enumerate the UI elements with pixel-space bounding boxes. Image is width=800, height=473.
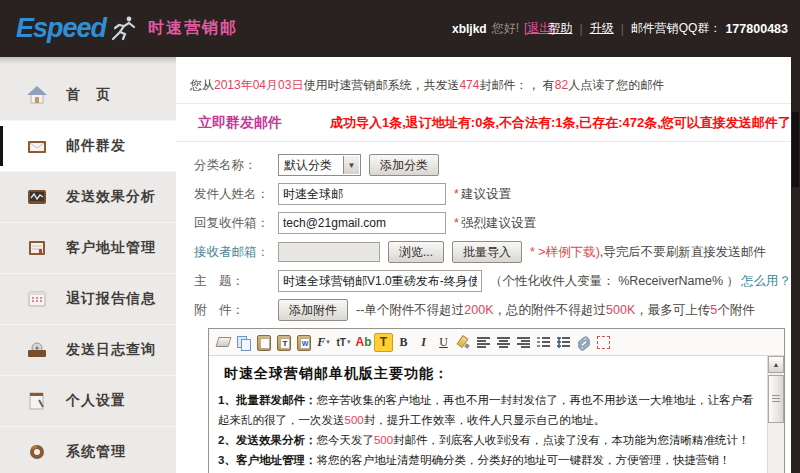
sidebar-item-label: 系统管理 <box>66 443 126 461</box>
text-segment: 将您的客户地址清楚明确分类，分类好的地址可一键群发，方便管理，快捷营销！ <box>316 454 730 466</box>
sidebar-item-profile-settings[interactable]: 个人设置 <box>0 376 176 427</box>
category-select[interactable]: 默认分类 ▼ <box>278 154 361 176</box>
sender-label: 发件人姓名： <box>194 186 278 203</box>
format-brush-icon[interactable] <box>454 333 473 352</box>
qq-group-label: 邮件营销QQ群： <box>631 20 722 37</box>
qq-group-number: 177800483 <box>725 22 788 36</box>
sidebar-item-home[interactable]: 首 页 <box>0 70 176 121</box>
scroll-up-icon[interactable]: ▲ <box>768 356 784 373</box>
text-segment: 474 <box>459 78 479 92</box>
copy-icon[interactable] <box>234 333 253 352</box>
sidebar-item-label: 发送效果分析 <box>66 188 156 206</box>
text-color-icon[interactable] <box>354 333 373 352</box>
upgrade-link[interactable]: 升级 <box>590 20 614 37</box>
ordered-list-icon[interactable] <box>534 333 553 352</box>
maximize-icon[interactable] <box>594 333 613 352</box>
sample-download-link[interactable]: * >样例下载) <box>530 244 600 261</box>
unordered-list-icon[interactable] <box>554 333 573 352</box>
sidebar-item-analytics[interactable]: 发送效果分析 <box>0 172 176 223</box>
font-family-icon[interactable] <box>314 333 333 352</box>
align-left-icon[interactable] <box>474 333 493 352</box>
editor-body[interactable]: 时速全球营销邮单机版主要功能： 1、批量群发邮件：您辛苦收集的客户地址，再也不用… <box>209 356 784 473</box>
text-segment: 200K <box>464 303 493 317</box>
required-star: * <box>454 216 459 230</box>
reply-label: 回复收件箱： <box>194 215 278 232</box>
editor-paragraph: 3、客户地址管理：将您的客户地址清楚明确分类，分类好的地址可一键群发，方便管理，… <box>218 450 756 470</box>
report-calendar-icon <box>24 288 50 310</box>
rich-text-editor: 时速全球营销邮单机版主要功能： 1、批量群发邮件：您辛苦收集的客户地址，再也不用… <box>208 328 785 473</box>
reply-row: 回复收件箱： * 强烈建议设置 <box>194 212 791 234</box>
paste-word-icon[interactable] <box>294 333 313 352</box>
import-result-message: 成功导入1条,退订地址有:0条,不合法有:1条,已存在:472条,您可以直接发送… <box>330 114 791 132</box>
font-size-icon[interactable] <box>334 333 353 352</box>
action-bar: 立即群发邮件 成功导入1条,退订地址有:0条,不合法有:1条,已存在:472条,… <box>176 104 791 142</box>
subject-input[interactable] <box>278 270 482 292</box>
how-to-use-link[interactable]: 怎么用？ <box>741 273 791 290</box>
add-attachment-button[interactable]: 添加附件 <box>278 299 348 321</box>
sidebar-item-label: 邮件群发 <box>66 137 126 155</box>
editor-toolbar <box>209 329 784 356</box>
analytics-icon <box>24 186 50 208</box>
editor-paragraph: 2、发送效果分析：您今天发了500封邮件，到底客人收到没有，点读了没有，本功能为… <box>218 430 756 450</box>
text-segment: 2、发送效果分析： <box>218 434 316 446</box>
sidebar-item-label: 客户地址管理 <box>66 239 156 257</box>
sender-name-input[interactable] <box>278 183 446 205</box>
subject-hint: （个性化收件人变量： %ReceiverName% ） <box>490 273 739 290</box>
app-window: Espeed 时速营销邮 xbljkd 您好! [退出] 帮助 <box>0 0 800 473</box>
paste-icon[interactable] <box>254 333 273 352</box>
receivers-label: 接收者邮箱： <box>194 244 278 261</box>
highlight-icon[interactable] <box>374 333 393 352</box>
text-segment: 人点读了您的邮件 <box>568 78 664 92</box>
user-info: xbljkd 您好! [退出] <box>452 0 555 57</box>
receivers-file-input[interactable] <box>278 242 380 262</box>
sidebar-item-system[interactable]: 系统管理 <box>0 427 176 473</box>
editor-scrollbar[interactable]: ▲ <box>767 356 784 473</box>
text-segment: 500K <box>606 303 635 317</box>
sender-hint: 建议设置 <box>461 186 511 203</box>
system-icon <box>24 441 50 463</box>
sidebar-item-mail-bulk[interactable]: 邮件群发 <box>0 121 176 172</box>
sender-row: 发件人姓名： * 建议设置 <box>194 183 791 205</box>
align-center-icon[interactable] <box>494 333 513 352</box>
bold-icon[interactable] <box>394 333 413 352</box>
page-scrollbar-thumb[interactable] <box>792 112 799 187</box>
sidebar-item-send-log[interactable]: 发送日志查询 <box>0 325 176 376</box>
align-right-icon[interactable] <box>514 333 533 352</box>
logo: Espeed 时速营销邮 <box>16 0 238 57</box>
text-segment: 500 <box>374 434 393 446</box>
underline-icon[interactable] <box>434 333 453 352</box>
home-icon <box>24 84 50 106</box>
add-category-button[interactable]: 添加分类 <box>369 154 439 176</box>
category-selected-value: 默认分类 <box>284 157 332 174</box>
text-segment: 3、客户地址管理： <box>218 454 316 466</box>
separator: | <box>621 22 624 36</box>
sidebar-item-address-book[interactable]: 客户地址管理 <box>0 223 176 274</box>
text-segment: 2013年04月03日 <box>214 78 303 92</box>
batch-import-button[interactable]: 批量导入 <box>452 241 522 263</box>
sidebar-item-label: 退订报告信息 <box>66 290 156 308</box>
text-segment: 您今天发了 <box>316 434 374 446</box>
runner-icon <box>108 15 138 45</box>
attachment-row: 附 件： 添加附件 --单个附件不得超过200K，总的附件不得超过500K，最多… <box>194 299 791 321</box>
page-scrollbar[interactable] <box>791 57 800 473</box>
italic-icon[interactable] <box>414 333 433 352</box>
welcome-message: 您从2013年04月03日使用时速营销邮系统，共发送474封邮件：， 有82人点… <box>176 57 791 104</box>
help-link[interactable]: 帮助 <box>549 20 573 37</box>
category-row: 分类名称： 默认分类 ▼ 添加分类 <box>194 154 791 176</box>
sidebar-item-label: 首 页 <box>66 86 111 104</box>
send-log-icon <box>24 339 50 361</box>
greeting-text: 您好! <box>492 20 519 37</box>
sidebar-item-unsubscribe-report[interactable]: 退订报告信息 <box>0 274 176 325</box>
editor-paragraph: 1、批量群发邮件：您辛苦收集的客户地址，再也不用一封封发信了，再也不用抄送一大堆… <box>218 390 756 430</box>
main-content: 您从2013年04月03日使用时速营销邮系统，共发送474封邮件：， 有82人点… <box>176 57 791 473</box>
send-now-link[interactable]: 立即群发邮件 <box>198 114 282 132</box>
link-icon[interactable] <box>574 333 593 352</box>
separator: | <box>580 22 583 36</box>
reply-email-input[interactable] <box>278 212 446 234</box>
editor-scrollbar-thumb[interactable] <box>768 375 784 423</box>
paste-text-icon[interactable] <box>274 333 293 352</box>
username: xbljkd <box>452 22 487 36</box>
chevron-down-icon[interactable]: ▼ <box>343 156 359 174</box>
browse-button[interactable]: 浏览... <box>388 241 444 263</box>
erase-icon[interactable] <box>214 333 233 352</box>
